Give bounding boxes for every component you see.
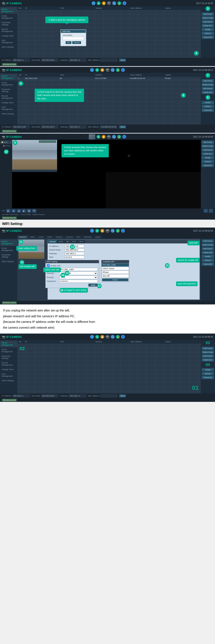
tab-about[interactable]: About — [94, 236, 102, 238]
sidebar-item-record-2[interactable]: Record Management — [0, 94, 18, 100]
ctrl-zoom-out[interactable]: - — [209, 209, 213, 213]
btn-del-group-3[interactable]: Delete Group — [202, 144, 214, 148]
btn-modify-5[interactable]: Modify — [202, 368, 214, 371]
tab-audio[interactable]: Audio — [37, 236, 45, 238]
ssid-input[interactable] — [60, 268, 98, 271]
btn-modify-4[interactable]: Modify — [202, 255, 214, 258]
sidebar-item-param-2[interactable]: Parameter Settings — [0, 87, 18, 94]
btn-refresh-3[interactable]: Refresh — [202, 160, 214, 163]
enable-wifi-checkbox[interactable] — [47, 264, 50, 267]
sidebar-item-user[interactable]: User Management — [0, 38, 18, 45]
sidebar5-other[interactable]: Other Settings — [0, 378, 18, 383]
wifi-gw-input[interactable] — [65, 252, 84, 255]
icon-user-4[interactable]: 👤 — [121, 229, 125, 233]
btn-refresh-2[interactable]: Refresh — [202, 105, 214, 108]
ctrl-prev[interactable]: ◀ — [17, 209, 21, 213]
btn-add-group-5[interactable]: Add Group — [202, 347, 214, 350]
wifi-sub-input[interactable] — [65, 248, 84, 251]
input-sub[interactable] — [41, 58, 58, 62]
ctrl-stop[interactable]: ■ — [12, 209, 16, 213]
input2-sub[interactable] — [41, 125, 58, 128]
icon-record-5[interactable]: ⏺ — [100, 335, 104, 339]
sidebar3-ipcam[interactable]: 📷 IPCam — [0, 144, 12, 148]
btn-wifi-apply[interactable]: Apply — [88, 284, 98, 286]
icon-settings-5[interactable]: ⚙ — [95, 335, 99, 339]
btn-del-group[interactable]: Delete Group — [202, 16, 214, 20]
btn-add-group-4[interactable]: Add Group — [202, 239, 214, 242]
btn-add-dev-4[interactable]: Add Device — [202, 247, 214, 250]
input-gw[interactable] — [69, 58, 86, 62]
icon-gear-3b[interactable]: 🔧 — [112, 135, 116, 139]
sidebar-item-group[interactable]: Group Management — [0, 14, 18, 20]
btn-save-net-2[interactable]: Save — [119, 125, 126, 128]
btn-add-dev-2[interactable]: Add Device — [202, 87, 214, 90]
input-mac[interactable] — [100, 58, 117, 62]
sidebar-item-group-2[interactable]: Group Management — [0, 80, 18, 87]
btn-modify[interactable]: Modify — [202, 28, 214, 31]
icon-camera-4b[interactable]: 📷 — [106, 229, 109, 233]
subtab-wifi[interactable]: Wifi — [65, 240, 70, 243]
btn-add-dev[interactable]: Add Device — [202, 20, 214, 24]
icon-lock-5[interactable]: 🔒 — [116, 335, 120, 339]
ctrl-rec[interactable]: ⏺ — [27, 209, 31, 213]
icon-record-4[interactable]: ⏺ — [100, 229, 104, 233]
icon-globe-2[interactable]: 🌐 — [90, 68, 94, 72]
btn-refresh-4[interactable]: Refresh — [202, 259, 214, 262]
btn-del-group-2[interactable]: Delete Group — [202, 83, 214, 86]
wifi-item-4[interactable]: test_wifi — [101, 274, 129, 278]
icon-user-5[interactable]: 👤 — [121, 335, 125, 339]
input5-mac[interactable] — [100, 394, 117, 397]
icon-camera2[interactable]: 📷 — [107, 1, 111, 5]
icon-settings-2[interactable]: ⚙ — [95, 68, 99, 72]
subtab-ddns[interactable]: DDNS — [57, 240, 65, 243]
wifi-pwd-input[interactable] — [60, 280, 98, 283]
btn-search-all[interactable]: Search All — [202, 36, 214, 39]
btn-search-all-4[interactable]: Search All — [202, 262, 214, 266]
ctrl-next[interactable]: ▶ — [22, 209, 26, 213]
icon-camera-5b[interactable]: 📷 — [106, 335, 109, 339]
icon-globe[interactable]: 🌐 — [92, 1, 95, 5]
sidebar-item-alarm[interactable]: Linkage Alarm — [0, 34, 18, 38]
sidebar-item-record[interactable]: Record Management — [0, 27, 18, 34]
sidebar4-device[interactable]: Device Management — [0, 239, 18, 246]
btn-search-all-2[interactable]: Search All — [202, 108, 214, 112]
tab-operator[interactable]: Operator — [82, 236, 93, 238]
table-row-1[interactable]: 1 192.168.3.106 80 V2.3.3.70786 0:44:BE:… — [18, 77, 201, 80]
subtab-upnp[interactable]: UPnP — [78, 240, 85, 243]
btn-del-dev-4[interactable]: Delete Dev — [202, 251, 214, 254]
sidebar-item-device[interactable]: Device Management — [0, 7, 18, 14]
btn-refresh[interactable]: Refresh — [202, 32, 214, 35]
icon-gear2[interactable]: 🔧 — [112, 1, 116, 5]
icon-user-3[interactable]: 👤 — [122, 135, 126, 139]
btn-refresh-5[interactable]: Refresh — [202, 372, 214, 375]
icon-lock-3[interactable]: 🔒 — [117, 135, 121, 139]
dialog-cancel-btn[interactable]: Cancel — [72, 41, 81, 44]
tab-video[interactable]: Video — [28, 236, 37, 238]
sidebar5-user[interactable]: User Management — [0, 372, 18, 378]
sidebar-item-user-2[interactable]: User Management — [0, 105, 18, 112]
sidebar-item-alarm-2[interactable]: Linkage Alarm — [0, 100, 18, 105]
sidebar4-other[interactable]: Other Settings — [0, 259, 18, 264]
wifi-item-1[interactable]: TP-LINK_A1B2 — [101, 263, 129, 266]
ctrl-play[interactable]: ▶ — [6, 209, 11, 213]
icon-settings-3[interactable]: ⚙ — [97, 135, 100, 139]
ctrl-snap[interactable]: 📷 — [32, 209, 36, 213]
btn-wifi-search[interactable]: Search — [102, 278, 128, 281]
tab-system[interactable]: System — [54, 236, 64, 238]
sidebar-item-other[interactable]: Other Settings — [0, 45, 18, 49]
btn-del-dev-2[interactable]: Delete Dev — [202, 91, 214, 94]
input-ip[interactable] — [13, 58, 30, 62]
icon-settings-4[interactable]: ⚙ — [95, 229, 99, 233]
sidebar-item-param[interactable]: Parameter Settings — [0, 20, 18, 27]
sidebar5-alarm[interactable]: Linkage Alarm — [0, 367, 18, 372]
icon-gear-5b[interactable]: 🔧 — [111, 335, 115, 339]
icon-settings[interactable]: ⚙ — [97, 1, 101, 5]
sidebar5-param[interactable]: Parameter Settings — [0, 354, 18, 361]
sidebar4-group[interactable]: Group Management — [0, 246, 18, 253]
btn-del-group-4[interactable]: Delete Group — [202, 243, 214, 246]
btn-del-group-5[interactable]: Delete Group — [202, 350, 214, 354]
input2-gw[interactable] — [69, 125, 86, 128]
btn-add-dev-5[interactable]: Add Device — [202, 354, 214, 358]
icon-gear-2b[interactable]: 🔧 — [111, 68, 115, 72]
btn-add-group-3[interactable]: Add Group — [202, 140, 214, 144]
